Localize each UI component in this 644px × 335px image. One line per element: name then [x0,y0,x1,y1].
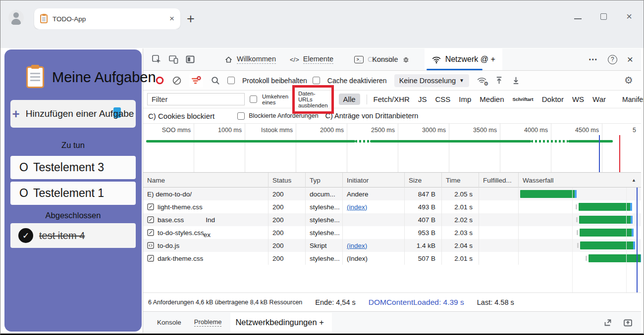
column-header-typ[interactable]: Typ [306,173,343,188]
network-conditions-icon[interactable]: ⚙ [477,76,487,85]
waterfall-bar-tip [631,216,633,224]
sort-ascending-icon[interactable]: ▲ [632,178,636,183]
filter-pill-war[interactable]: War [592,95,606,103]
cell-name[interactable]: light-theme.css [143,200,268,213]
drawer-tab-probleme[interactable]: Probleme [194,318,222,327]
table-row[interactable]: E) demo-to-do/200docum...Andere847 B2.05… [143,188,641,200]
drawer-tab-konsole[interactable]: Konsole [157,319,181,326]
throttling-value: Keine Drosselung [399,77,456,85]
blocked-requests-checkbox[interactable] [237,112,245,120]
preserve-log-checkbox[interactable] [227,77,235,84]
tab-konsole[interactable]: >_ Console Konsole [347,48,417,70]
drawer-actions [603,318,633,328]
minimize-button[interactable] [570,10,585,22]
settings-gear-icon[interactable]: ⚙ [624,74,633,86]
more-tabs-icon[interactable]: ⋯ [589,54,598,65]
maximize-button[interactable] [596,10,611,22]
filter-pill-alle[interactable]: Alle [339,94,360,105]
invert-filter-checkbox[interactable] [250,96,257,103]
cell-waterfall[interactable] [519,226,641,239]
import-har-icon[interactable] [494,76,504,85]
table-row[interactable]: dark-theme.css200styleshe...(Index)507 B… [143,252,641,265]
cell-waterfall[interactable] [519,252,641,265]
filter-input[interactable] [147,93,245,105]
filter-pill-medien[interactable]: Medien [480,95,504,103]
tab-netzwerk[interactable]: Netzwerk @ + [425,48,502,70]
cell-waterfall[interactable] [519,239,641,252]
cell-name[interactable]: dark-theme.css [143,252,268,265]
devtools-close-icon[interactable]: × [627,53,633,65]
cell-name[interactable]: to-do.js [143,239,268,252]
clear-icon[interactable] [172,76,182,86]
tab-close-icon[interactable]: × [169,14,174,24]
todo-radio-icon[interactable]: O [19,161,28,174]
column-header-status[interactable]: Status [268,173,306,188]
device-emulation-icon[interactable] [165,51,182,67]
search-icon[interactable] [211,76,220,85]
network-overview-timeline[interactable]: SOO mms1000 msIstook mms2000 ms2500 ms30… [143,124,641,173]
cell-waterfall[interactable] [519,213,641,226]
cell-name[interactable]: to-do-styles.cssex [143,226,268,239]
column-header-fulfilled[interactable]: Fulfilled... [479,173,519,188]
browser-tab-todo-app[interactable]: TODO-App × [34,8,180,29]
new-tab-button[interactable]: + [187,11,195,27]
drawer-tab-netzwerkbedingungen[interactable]: Netzwerkbedingungen + [230,313,331,332]
profile-avatar[interactable] [8,10,24,25]
filter-pill-fetchxhr[interactable]: Fetch/XHR [374,95,410,103]
table-row[interactable]: base.cssInd200styleshe...407 B2.02 s [143,213,641,226]
waterfall-wait-tick [577,243,579,248]
checked-circle-icon[interactable]: ✓ [18,228,33,243]
column-header-wasserfall[interactable]: Wasserfall▲ [519,173,641,188]
filter-pill-imp[interactable]: Imp [459,95,471,103]
record-icon[interactable] [155,76,164,85]
third-party-requests-label[interactable]: C) Anträge von Drittanbietern [325,112,419,120]
timeline-tick: 2000 ms [296,124,347,172]
waterfall-bar-tip [630,203,632,211]
cell-size: 1.4 kB [405,239,442,252]
table-row[interactable]: to-do.js200Skript(index)1.4 kB2.04 s [143,239,641,252]
waterfall-dcl-line [637,188,638,292]
undock-icon[interactable] [603,318,613,328]
hide-data-urls-highlight[interactable]: Daten-URLs ausblenden [292,85,333,114]
column-header-name[interactable]: Name [143,173,268,188]
tab-willkommen[interactable]: Willkommen [217,48,283,70]
filter-pill-ws[interactable]: WS [572,95,584,103]
add-task-button[interactable]: + Hinzufügen einer Aufgabe [10,100,136,128]
column-header-size[interactable]: Size [405,173,442,188]
todo-item[interactable]: O Testelement 1 [10,182,136,205]
export-har-icon[interactable] [511,76,521,85]
window-close-button[interactable]: × [622,10,637,22]
disable-cache-checkbox[interactable] [313,77,320,84]
initiator-link[interactable]: (index) [347,242,367,249]
request-name: dark-theme.css [158,255,203,262]
cell-waterfall[interactable] [519,200,641,213]
filter-pill-manifest[interactable]: Manifest [622,96,644,103]
cell-name[interactable]: E) demo-to-do/ [143,188,268,200]
initiator-link[interactable]: (index) [347,203,367,211]
waterfall-wait-tick [576,204,577,209]
todo-radio-icon[interactable]: O [19,187,28,200]
table-row[interactable]: to-do-styles.cssex200styleshe...953 B2.0… [143,226,641,239]
throttling-dropdown[interactable]: Keine Drosselung ▼ [394,74,469,87]
cell-waterfall[interactable] [519,188,641,200]
inspect-element-icon[interactable] [148,51,165,67]
filter-pill-js[interactable]: JS [418,95,427,103]
chevron-down-icon: ▼ [459,78,464,83]
help-icon[interactable]: ? [608,55,617,64]
done-item[interactable]: ✓ test item 4 [10,223,136,248]
todo-item[interactable]: O Testelement 3 [10,156,136,179]
column-header-time[interactable]: Time [442,173,479,188]
expand-drawer-icon[interactable] [623,318,633,328]
table-row[interactable]: light-theme.css200styleshe...(index)493 … [143,200,641,213]
filter-icon[interactable] [189,74,203,88]
dock-side-icon[interactable] [182,51,199,67]
filter-pill-doktor[interactable]: Doktor [542,95,564,103]
waterfall-gridline [626,188,627,292]
blocked-cookies-label[interactable]: C) Cookies blockiert [148,112,215,120]
filter-pill-schriftart[interactable]: Schriftart [513,96,534,102]
cell-name[interactable]: base.cssInd [143,213,268,226]
column-header-initiator[interactable]: Initiator [343,173,405,188]
cell-size: 847 B [405,188,442,200]
tab-elemente[interactable]: </> Elemente [283,48,340,70]
filter-pill-css[interactable]: CSS [435,95,450,103]
